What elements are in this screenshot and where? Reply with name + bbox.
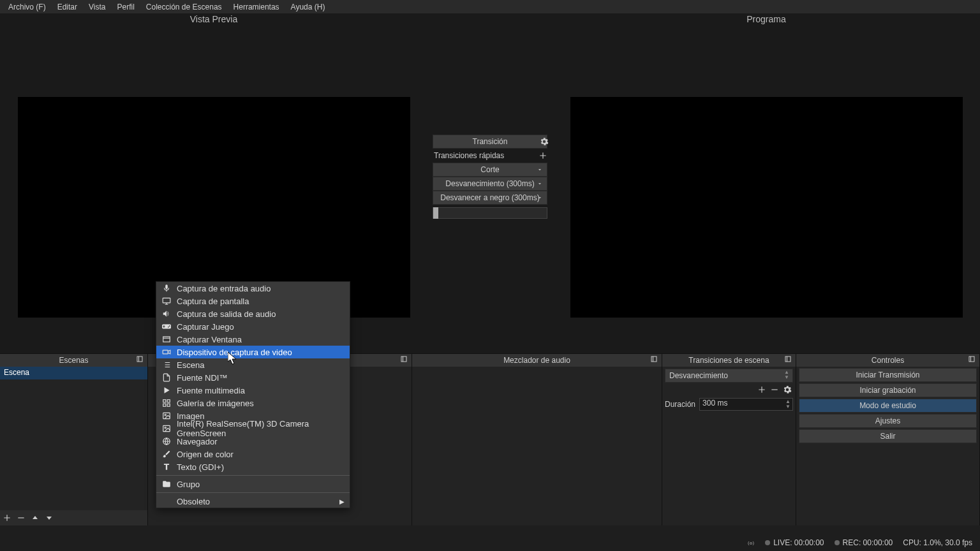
source-option-label: Dispositivo de captura de video bbox=[177, 348, 292, 357]
svg-point-5 bbox=[750, 543, 752, 545]
svg-rect-12 bbox=[167, 404, 170, 406]
move-up-button[interactable] bbox=[31, 513, 40, 522]
live-dot-icon bbox=[765, 540, 770, 545]
source-option-monitor[interactable]: Captura de pantalla bbox=[156, 295, 350, 307]
svg-rect-8 bbox=[163, 350, 168, 354]
quick-transitions-label: Transiciones rápidas bbox=[433, 151, 538, 160]
source-option-label: Texto (GDI+) bbox=[177, 462, 224, 472]
move-down-button[interactable] bbox=[45, 513, 54, 522]
duration-input[interactable]: 300 ms ▲▼ bbox=[699, 398, 793, 411]
spin-down-icon[interactable]: ▼ bbox=[785, 404, 791, 409]
popout-icon[interactable] bbox=[136, 355, 145, 364]
transition-select-label: Desvanecimiento bbox=[669, 371, 728, 380]
menu-tools[interactable]: Herramientas bbox=[228, 1, 285, 13]
source-option-label: Fuente multimedia bbox=[177, 386, 245, 395]
menu-view[interactable]: Vista bbox=[83, 1, 111, 13]
source-option-image[interactable]: Intel(R) RealSense(TM) 3D Camera GreenSc… bbox=[156, 422, 350, 435]
popout-icon[interactable] bbox=[968, 355, 977, 364]
menu-edit[interactable]: Editar bbox=[52, 1, 83, 13]
scene-transitions-header: Transiciones de escena bbox=[662, 354, 796, 367]
add-source-context-menu: Captura de entrada audioCaptura de panta… bbox=[156, 281, 350, 508]
transition-select[interactable]: Desvanecimiento ▲▼ bbox=[665, 369, 793, 383]
menu-profile[interactable]: Perfil bbox=[112, 1, 140, 13]
source-option-brush[interactable]: Origen de color bbox=[156, 448, 350, 460]
globe-icon bbox=[161, 436, 172, 446]
fade-dropdown[interactable]: Desvanecimiento (300ms) bbox=[433, 177, 547, 191]
scenes-list[interactable]: Escena bbox=[0, 367, 147, 525]
rec-dot-icon bbox=[835, 540, 840, 545]
source-option-gallery[interactable]: Galería de imágenes bbox=[156, 397, 350, 409]
transition-button[interactable]: Transición bbox=[433, 135, 547, 149]
fade-black-dropdown[interactable]: Desvanecer a negro (300ms) bbox=[433, 191, 547, 205]
popout-icon[interactable] bbox=[400, 355, 409, 364]
chevron-down-icon bbox=[537, 180, 543, 187]
source-option-label: Fuente NDI™ bbox=[177, 373, 227, 383]
group-label: Grupo bbox=[177, 480, 200, 489]
source-option-mic[interactable]: Captura de entrada audio bbox=[156, 282, 350, 295]
svg-rect-2 bbox=[651, 356, 657, 362]
gallery-icon bbox=[161, 398, 172, 408]
transition-settings-button[interactable] bbox=[783, 385, 792, 394]
spin-down-icon[interactable]: ▼ bbox=[783, 375, 790, 380]
source-option-label: Origen de color bbox=[177, 450, 234, 459]
source-option-play[interactable]: Fuente multimedia bbox=[156, 384, 350, 397]
add-quick-transition-icon[interactable] bbox=[538, 151, 547, 160]
scenes-title: Escenas bbox=[59, 356, 88, 365]
menu-file[interactable]: Archivo (F) bbox=[3, 1, 52, 13]
slider-thumb[interactable] bbox=[433, 207, 438, 219]
source-option-file[interactable]: Fuente NDI™ bbox=[156, 371, 350, 384]
svg-point-16 bbox=[165, 427, 166, 429]
popout-icon[interactable] bbox=[650, 355, 659, 364]
menu-scene-collection[interactable]: Colección de Escenas bbox=[140, 1, 228, 13]
source-option-label: Navegador bbox=[177, 437, 218, 446]
svg-rect-11 bbox=[163, 404, 166, 406]
program-label: Programa bbox=[553, 13, 980, 26]
group-option[interactable]: Grupo bbox=[156, 478, 350, 490]
tbar-slider[interactable] bbox=[433, 207, 547, 219]
settings-button[interactable]: Ajustes bbox=[799, 414, 977, 428]
camera-icon bbox=[161, 347, 172, 357]
source-option-label: Captura de entrada audio bbox=[177, 284, 271, 293]
svg-rect-10 bbox=[167, 400, 170, 402]
fade-black-label: Desvanecer a negro (300ms) bbox=[440, 193, 539, 202]
rec-status: REC: 00:00:00 bbox=[843, 538, 893, 547]
source-option-label: Capturar Juego bbox=[177, 322, 234, 332]
fade-label: Desvanecimiento (300ms) bbox=[445, 179, 534, 188]
monitor-icon bbox=[161, 296, 172, 306]
source-option-camera[interactable]: Dispositivo de captura de video bbox=[156, 346, 350, 358]
status-stream-indicator bbox=[747, 540, 755, 547]
menu-bar: Archivo (F) Editar Vista Perfil Colecció… bbox=[0, 0, 980, 13]
exit-button[interactable]: Salir bbox=[799, 429, 977, 443]
mixer-title: Mezclador de audio bbox=[503, 356, 570, 365]
add-transition-button[interactable] bbox=[757, 385, 766, 394]
controls-header: Controles bbox=[796, 354, 979, 367]
image-icon bbox=[161, 423, 172, 434]
source-option-window[interactable]: Capturar Ventana bbox=[156, 333, 350, 346]
scene-row[interactable]: Escena bbox=[0, 367, 147, 379]
start-recording-button[interactable]: Iniciar grabación bbox=[799, 383, 977, 397]
remove-scene-button[interactable] bbox=[17, 513, 26, 522]
duration-value: 300 ms bbox=[702, 399, 727, 408]
source-option-speaker[interactable]: Captura de salida de audio bbox=[156, 307, 350, 320]
program-canvas[interactable] bbox=[553, 26, 980, 353]
obsolete-submenu[interactable]: Obsoleto▶ bbox=[156, 495, 350, 508]
source-option-text[interactable]: Texto (GDI+) bbox=[156, 460, 350, 473]
source-option-list[interactable]: Escena bbox=[156, 358, 350, 371]
studio-mode-button[interactable]: Modo de estudio bbox=[799, 399, 977, 413]
source-option-label: Capturar Ventana bbox=[177, 335, 242, 344]
transition-settings-icon[interactable] bbox=[540, 137, 549, 146]
status-bar: LIVE: 00:00:00 REC: 00:00:00 CPU: 1.0%, … bbox=[0, 525, 980, 551]
remove-transition-button[interactable] bbox=[770, 385, 779, 394]
menu-help[interactable]: Ayuda (H) bbox=[285, 1, 331, 13]
source-option-label: Captura de salida de audio bbox=[177, 309, 276, 319]
cut-dropdown[interactable]: Corte bbox=[433, 163, 547, 177]
mixer-body bbox=[412, 367, 662, 525]
live-status: LIVE: 00:00:00 bbox=[773, 538, 824, 547]
source-option-label: Galería de imágenes bbox=[177, 399, 254, 408]
svg-rect-0 bbox=[137, 356, 142, 362]
file-icon bbox=[161, 372, 172, 383]
popout-icon[interactable] bbox=[784, 355, 793, 364]
add-scene-button[interactable] bbox=[3, 513, 11, 522]
start-streaming-button[interactable]: Iniciar Transmisión bbox=[799, 368, 977, 382]
source-option-gamepad[interactable]: Capturar Juego bbox=[156, 320, 350, 333]
